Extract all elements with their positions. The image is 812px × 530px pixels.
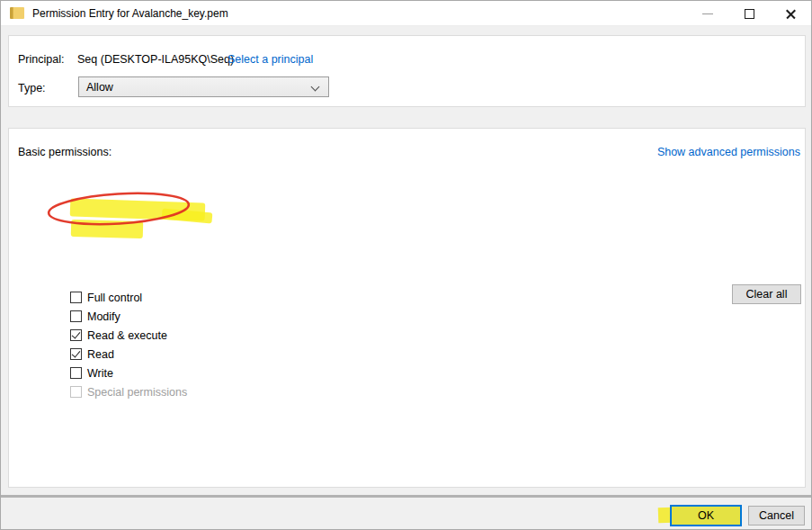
permission-label-read-execute: Read & execute <box>87 329 167 342</box>
close-button[interactable] <box>770 1 811 26</box>
checkbox-full-control[interactable] <box>70 292 82 303</box>
title-bar: Permission Entry for Avalanche_key.pem <box>1 1 811 26</box>
maximize-button[interactable] <box>728 1 770 26</box>
principal-value: Seq (DESKTOP-ILA95KQ\Seq) <box>77 53 234 66</box>
select-principal-link[interactable]: Select a principal <box>228 53 313 66</box>
permission-label-read: Read <box>87 348 114 361</box>
cancel-button[interactable]: Cancel <box>748 506 805 526</box>
checkbox-read[interactable] <box>70 348 82 360</box>
basic-permissions-label: Basic permissions: <box>18 146 112 158</box>
permission-label-write: Write <box>87 367 113 380</box>
checkbox-read-execute[interactable] <box>70 329 82 341</box>
checkbox-write[interactable] <box>70 367 82 379</box>
permission-row-special-permissions[interactable]: Special permissions <box>70 382 187 401</box>
minimize-button[interactable] <box>687 1 728 26</box>
permission-label-full-control: Full control <box>87 292 142 304</box>
folder-icon <box>10 7 24 19</box>
permission-row-full-control[interactable]: Full control <box>70 288 187 307</box>
checkbox-modify[interactable] <box>70 310 82 322</box>
permissions-panel: Basic permissions: Show advanced permiss… <box>8 128 806 488</box>
clear-all-button[interactable]: Clear all <box>732 284 801 304</box>
principal-label: Principal: <box>18 53 64 66</box>
permission-list: Full control Modify Read & execute Read … <box>70 288 187 401</box>
principal-panel: Principal: Seq (DESKTOP-ILA95KQ\Seq) Sel… <box>8 35 806 107</box>
footer-divider <box>1 495 811 498</box>
window-title: Permission Entry for Avalanche_key.pem <box>32 7 228 20</box>
highlight-read <box>71 220 143 238</box>
minimize-icon <box>702 13 713 14</box>
maximize-icon <box>745 9 754 19</box>
permission-row-modify[interactable]: Modify <box>70 307 187 326</box>
permission-row-read-execute[interactable]: Read & execute <box>70 326 187 345</box>
type-label: Type: <box>18 82 46 94</box>
show-advanced-permissions-link[interactable]: Show advanced permissions <box>657 146 800 158</box>
permission-label-modify: Modify <box>87 310 120 323</box>
chevron-down-icon <box>311 83 320 92</box>
ok-button[interactable]: OK <box>670 505 742 526</box>
close-icon <box>785 8 797 20</box>
type-dropdown-value: Allow <box>86 81 113 94</box>
checkbox-special-permissions <box>70 386 82 398</box>
type-dropdown[interactable]: Allow <box>78 76 329 97</box>
permission-row-read[interactable]: Read <box>70 345 187 364</box>
permission-entry-dialog: Permission Entry for Avalanche_key.pem P… <box>0 0 812 530</box>
permission-label-special-permissions: Special permissions <box>87 386 187 399</box>
window-controls <box>685 1 811 26</box>
permission-row-write[interactable]: Write <box>70 364 187 382</box>
